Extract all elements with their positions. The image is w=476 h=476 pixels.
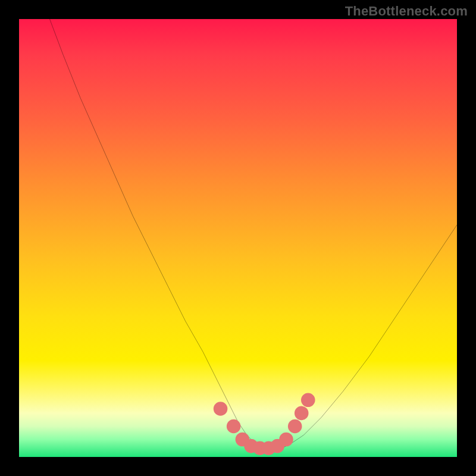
- marker-dot: [227, 419, 241, 434]
- watermark-text: TheBottleneck.com: [345, 4, 468, 19]
- chart-frame: TheBottleneck.com: [0, 0, 476, 476]
- marker-dot: [301, 393, 315, 408]
- marker-dot: [279, 433, 293, 447]
- bottleneck-curve-svg: [19, 19, 457, 457]
- optimal-range-markers: [214, 393, 315, 456]
- marker-dot: [288, 419, 302, 434]
- plot-area: [19, 19, 457, 457]
- marker-dot: [214, 402, 228, 416]
- bottleneck-curve: [50, 19, 457, 448]
- marker-dot: [295, 406, 309, 421]
